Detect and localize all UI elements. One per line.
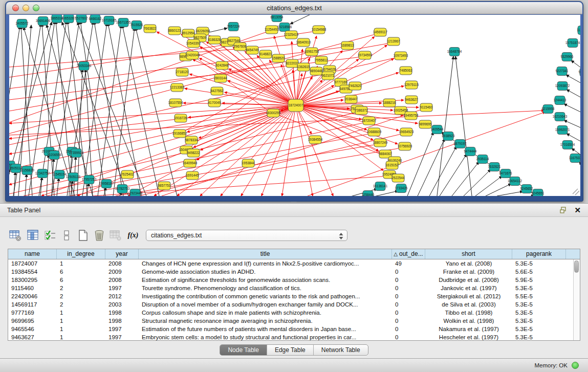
network-node[interactable]: 6879197 [454,140,467,148]
network-node[interactable]: 10543392 [186,39,201,48]
network-node[interactable]: 8938923 [442,132,455,141]
network-node[interactable]: 8427552 [211,87,224,95]
network-node[interactable]: 16648784 [447,48,462,56]
table-row[interactable]: 977716911998Corpus callosum shape and si… [8,309,580,317]
network-node[interactable]: 7462620 [349,82,362,90]
network-node[interactable]: 10719185 [102,16,117,25]
tab-edge-table[interactable]: Edge Table [267,345,314,355]
network-node[interactable]: 4170049 [208,99,221,107]
column-header[interactable]: name [8,249,57,259]
network-node[interactable]: 1258446 [362,191,375,196]
network-node[interactable]: 18724007 [288,99,303,112]
show-columns-button[interactable] [26,228,40,243]
network-node[interactable]: 9899695 [419,120,432,128]
network-node[interactable]: 2718120 [176,68,189,76]
network-node[interactable]: 20053346 [77,62,92,71]
column-header[interactable]: year [105,249,139,259]
network-node[interactable]: 9621072 [322,72,335,80]
float-panel-icon[interactable] [560,207,568,214]
network-node[interactable]: 1409544 [431,125,444,134]
table-row[interactable]: 1830029562008Estimation of significance … [8,276,580,284]
network-node[interactable]: 16961758 [304,48,319,56]
network-node[interactable]: 1362615 [297,63,310,71]
network-node[interactable]: 5878334 [185,136,198,144]
network-node[interactable]: 1213967 [387,37,400,46]
network-node[interactable]: 9146821 [259,50,272,58]
network-node[interactable]: 2405572 [16,19,29,28]
network-node[interactable]: 8471676 [499,169,512,178]
network-node[interactable]: 10756928 [398,142,412,150]
network-node[interactable]: 9498222 [187,149,200,157]
network-node[interactable]: 2803144 [214,74,227,82]
table-row[interactable]: 1938455462009Genome-wide association stu… [8,268,580,276]
table-vertical-scrollbar[interactable] [573,259,580,340]
column-header[interactable]: pagerank [512,249,566,259]
network-node[interactable]: 1615152 [386,161,399,169]
table-row[interactable]: 1872400712008Changes of HCN gene express… [8,259,580,268]
network-node[interactable]: 14569117 [373,28,387,36]
network-node[interactable]: 18720407 [362,117,377,125]
network-node[interactable]: 7625402 [121,170,134,179]
network-node[interactable]: 19166852 [172,129,187,138]
network-node[interactable]: 18300295 [266,109,281,117]
table-row[interactable]: 2242004622012Investigating the contribut… [8,292,580,300]
network-node[interactable]: 8454749 [246,46,259,54]
network-node[interactable]: 9242848 [216,61,229,70]
network-node[interactable]: 2967608 [234,42,247,51]
network-node[interactable]: 9227341 [556,67,569,76]
table-settings-button[interactable] [8,228,23,243]
network-node[interactable]: 8860123 [168,27,181,35]
network-node[interactable]: 19958187 [99,180,114,188]
network-node[interactable]: 16210643 [553,113,568,121]
network-node[interactable]: 16136141 [373,182,388,191]
network-node[interactable]: 6466162 [89,15,102,24]
table-row[interactable]: 969969511998Structural magnetic resonanc… [8,317,580,325]
network-node[interactable]: 10973493 [394,52,408,60]
network-node[interactable]: 12923448 [128,189,143,196]
network-node[interactable]: 8813054 [271,15,284,22]
network-node[interactable]: 18107554 [168,99,183,107]
select-columns-button[interactable] [43,228,57,243]
column-header[interactable]: short [425,249,512,259]
network-node[interactable]: 1733426 [395,184,408,193]
network-canvas[interactable]: 1872400724055723069140618653141065328715… [9,15,580,196]
tab-network-table[interactable]: Network Table [314,345,368,355]
table-row[interactable]: 946554611997Estimation of the future num… [8,325,580,333]
column-header[interactable]: △out_de... [392,249,425,259]
network-node[interactable]: 7386372 [355,106,368,115]
network-node[interactable]: 15751874 [565,39,580,48]
network-node[interactable]: 19654923 [399,128,414,136]
network-node[interactable]: 10654112 [508,177,522,186]
network-node[interactable]: 9463627 [405,96,418,104]
network-node[interactable]: 16409948 [183,159,198,167]
network-node[interactable]: 9329966 [561,53,574,61]
network-node[interactable]: 7955812 [315,56,328,64]
network-node[interactable]: 1167533 [569,154,580,163]
table-row[interactable]: 911546021997Tourette syndrome. Phenomeno… [8,284,580,292]
network-node[interactable]: 7632621 [488,163,501,171]
table-select-dropdown[interactable]: citations_edges.txt [146,230,347,241]
network-node[interactable]: 2522544 [392,174,405,182]
network-node[interactable]: 19218586 [277,23,292,32]
delete-rows-trash-button[interactable] [92,228,106,243]
network-node[interactable]: 2036447 [345,95,358,103]
scrollbar-thumb[interactable] [574,260,579,273]
network-node[interactable]: 7663822 [144,25,157,33]
resize-grip[interactable] [573,189,579,195]
network-node[interactable]: 12325419 [284,31,299,39]
network-node[interactable]: 9245651 [532,189,545,196]
network-node[interactable]: 9890448 [310,67,323,75]
tab-node-table[interactable]: Node Table [220,345,267,355]
table-row[interactable]: 1456911722003Disruption of a novel membe… [8,300,580,309]
row-height-button[interactable] [59,228,74,243]
network-node[interactable]: 11545194 [52,170,67,179]
network-node[interactable]: 9474444 [464,147,477,156]
network-node[interactable]: 1888216 [383,99,396,107]
network-node[interactable]: 17016504 [560,141,575,149]
network-node[interactable]: 8186328 [208,36,221,44]
network-node[interactable]: 2935114 [476,155,489,164]
network-node[interactable]: 18807249 [373,139,388,147]
column-header[interactable]: title [139,249,392,259]
network-node[interactable]: 15992071 [555,126,570,135]
network-node[interactable]: 12213383 [170,83,185,92]
